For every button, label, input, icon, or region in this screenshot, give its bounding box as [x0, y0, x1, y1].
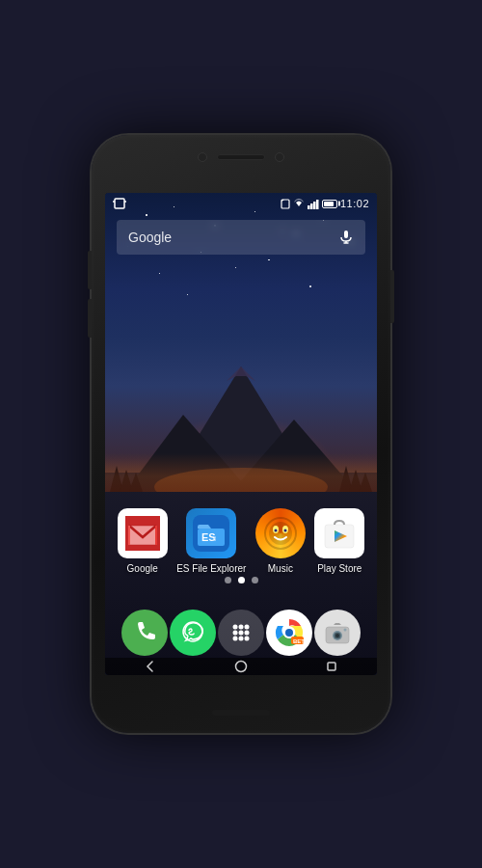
dock: BETA — [105, 610, 377, 656]
search-text: Google — [128, 230, 338, 245]
dock-camera[interactable] — [314, 610, 361, 656]
battery-icon — [322, 200, 337, 208]
phone-bottom-area — [212, 710, 270, 716]
es-icon: ES 3 — [186, 508, 236, 558]
sim-icon — [281, 198, 290, 209]
svg-text:3: 3 — [212, 534, 217, 543]
svg-point-61 — [236, 662, 247, 672]
es-label: ES File Explorer — [176, 563, 246, 574]
app-item-google[interactable]: Google — [118, 508, 168, 574]
front-sensor — [275, 152, 284, 162]
google-icon — [118, 508, 168, 558]
back-button[interactable] — [144, 660, 157, 673]
status-right-icons: 11:02 — [281, 198, 369, 209]
phone-top-area — [198, 152, 284, 162]
dock-launcher[interactable] — [218, 610, 264, 656]
svg-rect-16 — [308, 205, 310, 209]
google-label: Google — [127, 563, 158, 574]
svg-point-45 — [239, 631, 244, 636]
music-icon — [255, 508, 306, 558]
wifi-icon — [293, 198, 305, 209]
svg-point-36 — [274, 529, 277, 532]
dock-phone[interactable] — [121, 610, 168, 656]
page-dot-3[interactable] — [252, 577, 258, 583]
play-store-icon — [314, 508, 364, 558]
svg-point-49 — [245, 637, 250, 641]
screen: 11:02 Google — [105, 193, 377, 675]
app-item-es[interactable]: ES 3 ES File Explorer — [176, 508, 246, 574]
app-item-music[interactable]: Music — [255, 508, 306, 574]
status-left-icons — [113, 197, 126, 210]
camera-icon-wrap — [314, 610, 361, 656]
dock-whatsapp[interactable] — [170, 610, 216, 656]
svg-point-52 — [285, 629, 293, 637]
svg-rect-62 — [328, 663, 335, 670]
page-dot-2[interactable] — [238, 577, 245, 583]
svg-point-47 — [233, 637, 238, 641]
svg-rect-18 — [313, 202, 316, 209]
app-item-play-store[interactable]: Play Store — [314, 508, 364, 574]
svg-point-33 — [269, 522, 292, 545]
dock-chrome-beta[interactable]: BETA — [266, 610, 312, 656]
svg-point-46 — [245, 631, 250, 636]
svg-point-37 — [283, 529, 286, 532]
svg-rect-11 — [115, 199, 124, 208]
page-dots — [105, 577, 377, 583]
nav-bar — [105, 658, 377, 675]
front-camera — [198, 152, 207, 162]
phone-outer: 11:02 Google — [92, 135, 390, 733]
play-store-label: Play Store — [317, 563, 362, 574]
status-time: 11:02 — [340, 198, 369, 209]
app-grid: Google ES 3 — [105, 508, 377, 574]
search-bar[interactable]: Google — [117, 220, 365, 255]
svg-point-41 — [233, 625, 238, 630]
music-label: Music — [268, 563, 293, 574]
svg-rect-20 — [344, 231, 348, 238]
svg-rect-14 — [281, 200, 289, 208]
whatsapp-icon — [170, 610, 216, 656]
svg-point-42 — [239, 625, 244, 630]
home-button[interactable] — [234, 660, 248, 673]
svg-rect-19 — [316, 200, 319, 209]
svg-text:BETA: BETA — [293, 638, 305, 644]
svg-point-43 — [245, 625, 250, 630]
mic-icon[interactable] — [338, 230, 354, 245]
chrome-beta-icon-wrap: BETA — [266, 610, 312, 656]
status-bar: 11:02 — [105, 193, 377, 214]
signal-icon — [308, 198, 319, 209]
phone-call-icon — [121, 610, 168, 656]
horizon-glow — [105, 453, 377, 492]
speaker — [217, 154, 265, 160]
svg-point-44 — [233, 631, 238, 636]
page-dot-1[interactable] — [225, 577, 231, 583]
screenshot-icon — [113, 197, 126, 210]
svg-point-48 — [239, 637, 244, 641]
svg-point-59 — [335, 634, 339, 637]
recents-button[interactable] — [325, 660, 338, 673]
svg-point-60 — [344, 629, 347, 632]
phone-screen-border: 11:02 Google — [105, 193, 377, 675]
launcher-icon — [218, 610, 264, 656]
svg-rect-17 — [310, 203, 313, 209]
